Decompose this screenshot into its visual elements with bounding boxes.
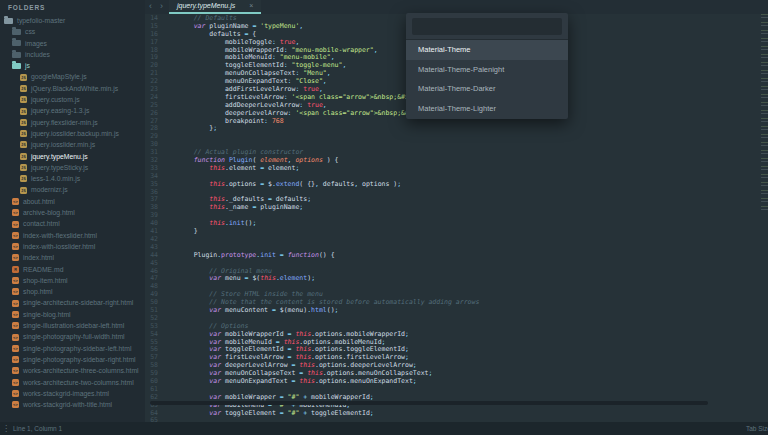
code-text: // Options (178, 322, 248, 330)
tab-label: jquery.typeMenu.js (177, 2, 235, 9)
sidebar-file-modernizr-js[interactable]: JSmodernizr.js (0, 184, 145, 195)
sidebar-file-jquery-blackandwhite-min-js[interactable]: JSjQuery.BlackAndWhite.min.js (0, 83, 145, 94)
html-file-icon: <> (12, 356, 19, 363)
code-text: var firstLevelArrow = this.options.first… (178, 353, 409, 361)
history-forward-icon[interactable]: › (160, 0, 163, 13)
md-file-icon: M (12, 266, 19, 273)
sidebar-file-archive-blog-html[interactable]: <>archive-blog.html (0, 207, 145, 218)
palette-search-input[interactable] (412, 18, 562, 35)
code-text: var menuOnCollapseText = this.options.me… (178, 369, 432, 377)
sidebar-file-single-blog-html[interactable]: <>single-blog.html (0, 309, 145, 320)
sidebar-file-jquery-custom-js[interactable]: JSjquery.custom.js (0, 94, 145, 105)
horizontal-scrollbar[interactable] (150, 401, 708, 405)
sidebar-file-shop-item-html[interactable]: <>shop-item.html (0, 275, 145, 286)
tree-item-label: single-photography-full-width.html (23, 333, 125, 340)
tree-item-label: index-with-flexslider.html (23, 232, 97, 239)
history-back-icon[interactable]: ‹ (149, 0, 152, 13)
sidebar-file-works-architecture-two-columns-html[interactable]: <>works-architecture-two-columns.html (0, 377, 145, 388)
sidebar-file-single-architecture-sidebar-right-html[interactable]: <>single-architecture-sidebar-right.html (0, 297, 145, 308)
sidebar-file-works-stackgrid-images-html[interactable]: <>works-stackgrid-images.html (0, 388, 145, 399)
code-text: // Actual plugin constructor (178, 148, 303, 156)
sidebar-file-jquery-easing-1-3-js[interactable]: JSjquery.easing-1.3.js (0, 105, 145, 116)
tree-item-label: works-stackgrid-with-title.html (23, 401, 112, 408)
tab-jquery-typemenu-js[interactable]: jquery.typeMenu.js× (169, 0, 261, 14)
code-text: menuOnCollapseText: "Menu", (178, 69, 331, 77)
sidebar-file-index-html[interactable]: <>index.html (0, 252, 145, 263)
sidebar-file-single-illustration-sidebar-left-html[interactable]: <>single-illustration-sidebar-left.html (0, 320, 145, 331)
js-file-icon: JS (20, 164, 27, 171)
code-text: function Plugin( element, options ) { (178, 156, 339, 164)
sidebar-file-readme-md[interactable]: MREADME.md (0, 264, 145, 275)
tree-item-label: shop-item.html (23, 277, 68, 284)
sidebar-folder-includes[interactable]: includes (0, 49, 145, 60)
sidebar: FOLDERS typefolio-mastercssimagesinclude… (0, 0, 145, 422)
sidebar-folder-js[interactable]: js (0, 60, 145, 71)
sidebar-file-index-with-iosslider-html[interactable]: <>index-with-iosslider.html (0, 241, 145, 252)
sidebar-file-contact-html[interactable]: <>contact.html (0, 218, 145, 229)
cursor-position-status: Line 1, Column 1 (13, 422, 62, 435)
code-line-51: 51 var menuContent = $(menu).html(); (145, 307, 768, 315)
js-file-icon: JS (20, 119, 27, 126)
html-file-icon: <> (12, 277, 19, 284)
sidebar-file-single-photography-sidebar-left-html[interactable]: <>single-photography-sidebar-left.html (0, 343, 145, 354)
code-text: var menu = $(this.element); (178, 274, 315, 282)
tab-close-icon[interactable]: × (249, 2, 253, 9)
sidebar-file-single-photography-sidebar-right-html[interactable]: <>single-photography-sidebar-right.html (0, 354, 145, 365)
sidebar-folder-css[interactable]: css (0, 26, 145, 37)
tab-size-status[interactable]: Tab Size: 4 (746, 422, 768, 435)
js-file-icon: JS (20, 96, 27, 103)
palette-item-material-theme-darker[interactable]: Material-Theme-Darker (406, 79, 568, 99)
code-text: // Original menu (178, 267, 272, 275)
palette-item-material-theme-lighter[interactable]: Material-Theme-Lighter (406, 99, 568, 119)
sidebar-file-jquery-flexslider-min-js[interactable]: JSjquery.flexslider-min.js (0, 117, 145, 128)
sidebar-file-jquery-iosslider-min-js[interactable]: JSjquery.iosslider.min.js (0, 139, 145, 150)
sidebar-file-works-architecture-three-columns-html[interactable]: <>works-architecture-three-columns.html (0, 365, 145, 376)
sidebar-file-less-1-4-0-min-js[interactable]: JSless-1.4.0.min.js (0, 173, 145, 184)
sidebar-file-shop-html[interactable]: <>shop.html (0, 286, 145, 297)
tree-item-label: less-1.4.0.min.js (31, 175, 80, 182)
palette-item-material-theme[interactable]: Material-Theme (406, 40, 568, 60)
sidebar-file-jquery-iosslider-backup-min-js[interactable]: JSjquery.iosslider.backup.min.js (0, 128, 145, 139)
code-text: var toggleElementId = this.options.toggl… (178, 345, 409, 353)
sidebar-file-index-with-flexslider-html[interactable]: <>index-with-flexslider.html (0, 230, 145, 241)
sidebar-folder-typefolio-master[interactable]: typefolio-master (0, 15, 145, 26)
code-line-44: 44 Plugin.prototype.init = function() { (145, 252, 768, 260)
sidebar-folder-images[interactable]: images (0, 38, 145, 49)
folder-icon (12, 40, 21, 46)
sidebar-file-googlemapstyle-js[interactable]: JSgoogleMapStyle.js (0, 71, 145, 82)
js-file-icon: JS (20, 130, 27, 137)
html-file-icon: <> (12, 379, 19, 386)
sidebar-file-single-photography-full-width-html[interactable]: <>single-photography-full-width.html (0, 331, 145, 342)
code-text: var menuContent = $(menu).html(); (178, 306, 339, 314)
tree-item-label: shop.html (23, 288, 52, 295)
code-text: toggleElementId: "toggle-menu", (178, 61, 346, 69)
html-file-icon: <> (12, 401, 19, 408)
tree-item-label: includes (25, 51, 50, 58)
status-menu-icon[interactable]: ⋮ (2, 422, 10, 435)
code-text: var mobileWrapper = "#" + mobileWrapperI… (178, 393, 374, 401)
html-file-icon: <> (12, 288, 19, 295)
code-line-29: 29 (145, 133, 768, 141)
minimap[interactable] (761, 14, 768, 214)
sidebar-file-jquery-typesticky-js[interactable]: JSjquery.typeSticky.js (0, 162, 145, 173)
sidebar-file-about-html[interactable]: <>about.html (0, 196, 145, 207)
code-line-38: 38 this._name = pluginName; (145, 204, 768, 212)
code-text: var toggleElement = "#" + toggleElementI… (178, 409, 374, 417)
code-text: defaults = { (178, 30, 256, 38)
js-file-icon: JS (20, 175, 27, 182)
html-file-icon: <> (12, 198, 19, 205)
status-bar: ⋮ Line 1, Column 1 Tab Size: 4 (0, 422, 768, 435)
tree-item-label: images (25, 40, 47, 47)
js-file-icon: JS (20, 141, 27, 148)
palette-item-material-theme-palenight[interactable]: Material-Theme-Palenight (406, 60, 568, 80)
tree-item-label: single-photography-sidebar-right.html (23, 356, 136, 363)
tree-item-label: single-photography-sidebar-left.html (23, 345, 131, 352)
sidebar-file-works-stackgrid-with-title-html[interactable]: <>works-stackgrid-with-title.html (0, 399, 145, 410)
sidebar-file-jquery-typemenu-js[interactable]: JSjquery.typeMenu.js (0, 151, 145, 162)
code-text: this.element = element; (178, 164, 299, 172)
code-text: this.options = $.extend( {}, defaults, o… (178, 180, 401, 188)
tree-item-label: works-architecture-two-columns.html (23, 379, 134, 386)
theme-select-palette: Material-ThemeMaterial-Theme-PalenightMa… (406, 13, 568, 119)
code-text: } (178, 227, 198, 235)
code-text: addDeeperLevelArrow: true, (178, 101, 327, 109)
